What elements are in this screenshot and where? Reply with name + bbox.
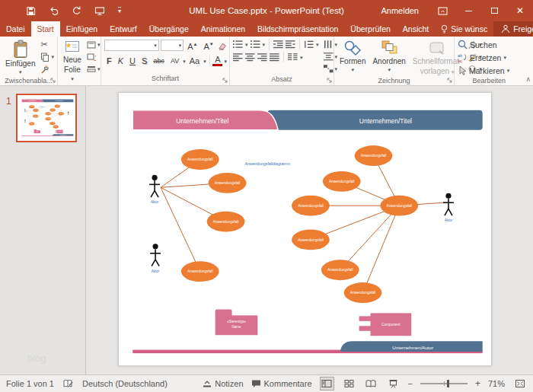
tab-ansicht[interactable]: Ansicht [397, 21, 435, 37]
slide-canvas[interactable]: Unternehmen/TitelUnternehmen/TitelAnwend… [118, 92, 492, 366]
svg-text:Anwendungsfall: Anwendungsfall [327, 268, 353, 272]
strikethrough-button[interactable]: abc [151, 56, 167, 67]
zoom-slider-knob[interactable] [447, 380, 449, 387]
cut-button[interactable]: ✂ [39, 39, 56, 50]
decrease-indent-icon[interactable] [273, 40, 283, 49]
fit-to-window-button[interactable] [512, 377, 527, 390]
text-shadow-button[interactable]: S [139, 56, 149, 67]
replace-button[interactable]: abac Ersetzen ▾ [458, 52, 506, 63]
tab-datei[interactable]: Datei [0, 21, 31, 37]
align-left-icon[interactable] [233, 53, 243, 62]
close-button[interactable]: ✕ [507, 0, 533, 21]
svg-text:Unternehmen/Autor: Unternehmen/Autor [392, 345, 433, 350]
tab-entwurf[interactable]: Entwurf [104, 21, 143, 37]
bold-button[interactable]: F [104, 56, 114, 67]
tab-animationen[interactable]: Animationen [195, 21, 251, 37]
svg-text:Anwendungsfall: Anwendungsfall [213, 220, 239, 224]
normal-view-button[interactable] [320, 377, 334, 390]
ribbon-display-options-button[interactable] [429, 0, 455, 21]
font-group: ▾ ▾ A▲ A▼ F K U S abc AV▾ Aa▾ A▾ Schrift… [101, 37, 230, 85]
paragraph-dialog-launcher-icon[interactable] [327, 78, 332, 83]
zoom-in-button[interactable]: + [475, 378, 480, 389]
font-color-button[interactable]: A [212, 56, 222, 66]
character-spacing-button[interactable]: AV [168, 56, 181, 67]
zoom-slider[interactable] [420, 383, 468, 384]
slide-content[interactable]: Unternehmen/TitelUnternehmen/TitelAnwend… [119, 93, 491, 365]
slides-group: Neue Folie ▾ ▾ ▾ Folien [58, 37, 101, 85]
zoom-out-button[interactable]: − [408, 379, 413, 388]
paragraph-group-label: Absatz [271, 75, 292, 83]
bullets-icon[interactable] [233, 40, 243, 49]
font-dialog-launcher-icon[interactable] [222, 78, 228, 83]
align-center-icon[interactable] [245, 53, 255, 62]
slide-layout-button[interactable]: ▾ [85, 39, 102, 50]
customize-qat-icon[interactable]: ▾ [118, 7, 121, 14]
proofing-button[interactable] [63, 379, 73, 388]
increase-indent-icon[interactable] [286, 40, 295, 49]
replace-label: Ersetzen [470, 53, 501, 62]
paste-icon [12, 40, 29, 59]
grow-font-button[interactable]: A▲ [185, 39, 199, 53]
clear-formatting-icon[interactable] [218, 41, 227, 50]
slide-sorter-view-button[interactable] [342, 377, 356, 390]
arrange-button[interactable]: Anordnen ▾ [370, 39, 407, 74]
change-case-button[interactable]: Aa [187, 56, 202, 67]
main-area: 1 Unternehmen/TitelUnternehmen/TitelAnwe… [0, 86, 533, 374]
align-right-icon[interactable] [257, 53, 267, 62]
paste-button[interactable]: Einfügen ▾ [3, 39, 37, 76]
line-spacing-icon[interactable] [304, 40, 314, 49]
minimize-button[interactable] [455, 0, 481, 21]
collapse-ribbon-button[interactable]: ∧ [523, 37, 533, 85]
underline-button[interactable]: U [127, 56, 138, 67]
arrange-label: Anordnen [372, 57, 405, 66]
redo-icon[interactable] [72, 6, 81, 15]
tab-uebergaenge[interactable]: Übergänge [143, 21, 195, 37]
italic-button[interactable]: K [116, 56, 126, 67]
tab-bildschirmpraesentation[interactable]: Bildschirmpräsentation [251, 21, 344, 37]
select-button[interactable]: Markieren ▾ [458, 65, 509, 76]
slide-number: 1 [6, 96, 11, 107]
scissors-icon: ✂ [40, 40, 47, 49]
svg-text:Anwendungsfalldiagramm: Anwendungsfalldiagramm [245, 161, 290, 166]
columns-icon[interactable] [288, 53, 298, 62]
save-icon[interactable] [26, 6, 36, 16]
undo-icon[interactable] [49, 6, 59, 15]
slide-thumbnail[interactable]: Unternehmen/TitelUnternehmen/TitelAnwend… [16, 94, 77, 142]
new-slide-button[interactable]: Neue Folie ▾ [61, 39, 84, 84]
numbering-icon[interactable] [251, 40, 260, 49]
zoom-level[interactable]: 71% [488, 379, 505, 388]
font-name-combobox[interactable]: ▾ [104, 40, 159, 51]
comments-toggle[interactable]: Kommentare [251, 379, 312, 388]
tab-start[interactable]: Start [31, 21, 60, 37]
shrink-font-button[interactable]: A▼ [201, 39, 215, 53]
collapse-ribbon-icon: ∧ [525, 75, 531, 83]
lightbulb-icon [441, 24, 448, 34]
tab-einfuegen[interactable]: Einfügen [60, 21, 104, 37]
justify-icon[interactable] [270, 53, 279, 62]
reset-slide-button[interactable] [85, 51, 102, 62]
svg-text:Unternehmen/Titel: Unternehmen/Titel [176, 117, 228, 125]
copy-button[interactable]: ▾ [39, 51, 56, 62]
restore-button[interactable] [481, 0, 507, 21]
font-size-combobox[interactable]: ▾ [161, 40, 184, 51]
section-button[interactable]: ▾ [85, 63, 102, 75]
start-slideshow-icon[interactable] [94, 6, 105, 16]
share-button[interactable]: Freigeben [493, 21, 533, 37]
slideshow-view-button[interactable] [386, 377, 401, 390]
svg-text:Unternehmen/Titel: Unternehmen/Titel [359, 117, 412, 125]
quick-styles-label-2: vorlagen [420, 67, 449, 75]
slide-sorter-icon [344, 379, 354, 388]
format-painter-button[interactable] [39, 63, 56, 75]
paragraph-group: ▾ ▾ ▾ ▾ ▾ ▾ [230, 37, 334, 85]
tell-me-box[interactable]: Sie wünsc [435, 21, 493, 37]
language-indicator[interactable]: Deutsch (Deutschland) [82, 379, 168, 388]
find-button[interactable]: Suchen [458, 39, 497, 50]
reading-view-button[interactable] [364, 377, 378, 390]
notes-toggle[interactable]: Notizen [203, 379, 243, 388]
clipboard-dialog-launcher-icon[interactable] [50, 78, 56, 83]
tab-ueberpruefen[interactable]: Überprüfen [344, 21, 397, 37]
watermark: blog [27, 352, 46, 364]
shapes-button[interactable]: Formen ▾ [337, 39, 368, 74]
drawing-dialog-launcher-icon[interactable] [447, 78, 452, 83]
sign-in-button[interactable]: Anmelden [370, 6, 429, 15]
